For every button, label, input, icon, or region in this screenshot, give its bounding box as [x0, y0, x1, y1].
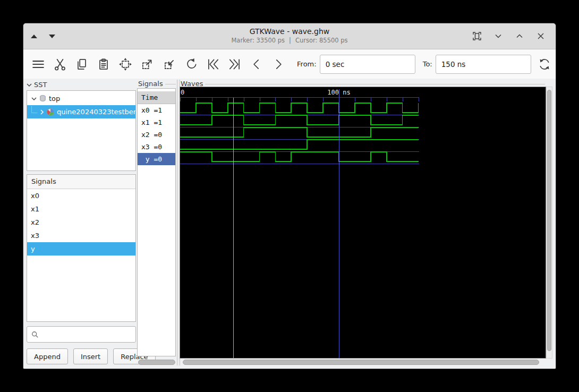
titlebar-up-arrow-icon[interactable] [31, 35, 37, 38]
time-column-header[interactable]: Time [138, 91, 175, 104]
signal-name-row[interactable]: x0 =1 [138, 104, 175, 116]
titlebar-down-arrow-icon[interactable] [49, 35, 55, 38]
signal-list-items: x0x1x2x3y [27, 189, 135, 255]
sst-tree: top quine20240323testbench [27, 90, 136, 171]
wave-vscrollbar[interactable] [546, 87, 552, 359]
close-icon[interactable] [535, 31, 546, 41]
maximize-icon[interactable] [514, 31, 525, 41]
skip-to-end-icon[interactable] [227, 55, 243, 73]
tree-item-label: top [49, 95, 60, 103]
copy-icon[interactable] [73, 55, 90, 73]
toolbar: From: To: [23, 49, 556, 79]
list-item[interactable]: x1 [27, 202, 135, 216]
gtkwave-window: GTKWave - wave.ghw Marker: 33500 ps|Curs… [23, 23, 556, 369]
wave-hscrollbar[interactable] [183, 359, 543, 365]
sst-header[interactable]: SST [27, 80, 136, 89]
status-separator: | [289, 37, 291, 44]
zoom-out-icon[interactable] [161, 55, 177, 73]
signal-name-row[interactable]: x1 =1 [138, 116, 175, 129]
list-item[interactable]: x0 [27, 189, 135, 202]
svg-text:0: 0 [181, 89, 184, 96]
wave-canvas-svg: 0100 ns [180, 87, 546, 358]
undo-icon[interactable] [183, 55, 199, 73]
cut-icon[interactable] [52, 55, 68, 73]
names-panel-header: Signals [138, 80, 176, 88]
search-icon [31, 331, 39, 338]
signal-list-header[interactable]: Signals [27, 175, 135, 189]
insert-button[interactable]: Insert [73, 348, 108, 364]
tree-branch-line [31, 106, 37, 113]
sst-header-label: SST [34, 81, 47, 89]
expander-right-icon[interactable] [38, 109, 46, 115]
tree-item-top[interactable]: top [27, 92, 135, 105]
titlebar: GTKWave - wave.ghw Marker: 33500 ps|Curs… [23, 23, 556, 49]
step-left-icon[interactable] [249, 55, 265, 73]
signal-name-row[interactable]: x2 =0 [138, 129, 175, 141]
minimize-icon[interactable] [493, 31, 504, 41]
paste-icon[interactable] [96, 55, 112, 73]
signal-list: Signals x0x1x2x3y [27, 174, 136, 322]
tree-item-label: quine20240323testbench [57, 108, 135, 116]
expander-down-icon[interactable] [30, 97, 38, 101]
from-label: From: [297, 60, 317, 68]
signal-name-row[interactable]: x3 =0 [138, 141, 175, 153]
module-icon [46, 108, 55, 116]
marker-status: Marker: 33500 ps [231, 37, 285, 44]
names-hscrollbar[interactable] [138, 359, 175, 365]
zoom-in-icon[interactable] [139, 55, 156, 73]
append-button[interactable]: Append [27, 348, 68, 364]
list-item[interactable]: x2 [27, 216, 135, 229]
signal-name-row[interactable]: y =0 [138, 153, 175, 165]
wave-canvas[interactable]: 0100 ns [180, 87, 546, 359]
main-content: SST top quine20240323testbench [23, 79, 556, 369]
from-input[interactable] [320, 55, 415, 74]
menu-icon[interactable] [30, 55, 46, 73]
to-label: To: [423, 60, 432, 68]
to-input[interactable] [436, 55, 531, 74]
fullscreen-icon[interactable] [472, 31, 482, 41]
signal-search [27, 326, 136, 343]
list-item[interactable]: y [27, 242, 135, 255]
hierarchy-top-icon [38, 95, 47, 103]
reload-icon[interactable] [537, 55, 553, 73]
cursor-status: Cursor: 85500 ps [295, 37, 348, 44]
names-panel: Time x0 =1x1 =1x2 =0x3 =0 y =0 [137, 88, 176, 356]
search-input[interactable] [42, 330, 135, 339]
skip-to-start-icon[interactable] [205, 55, 221, 73]
zoom-fit-icon[interactable] [117, 55, 134, 73]
list-item[interactable]: x3 [27, 229, 135, 242]
names-panel-rows: x0 =1x1 =1x2 =0x3 =0 y =0 [138, 104, 175, 165]
step-right-icon[interactable] [270, 55, 287, 73]
tree-item-testbench[interactable]: quine20240323testbench [27, 105, 135, 118]
sst-collapse-chevron-icon[interactable] [27, 81, 32, 89]
